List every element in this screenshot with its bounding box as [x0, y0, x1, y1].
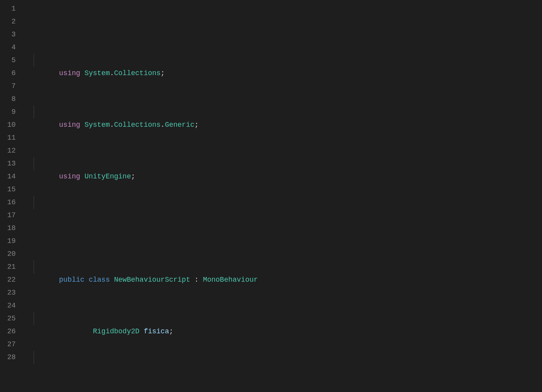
token-namespace: UnityEngine: [85, 173, 131, 180]
indent-guide: [34, 54, 34, 67]
line-number[interactable]: 15: [0, 183, 16, 196]
line-number[interactable]: 5: [0, 54, 16, 67]
token-keyword: using: [59, 69, 80, 77]
line-number[interactable]: 12: [0, 144, 16, 157]
indent-guide: [34, 196, 34, 209]
token-namespace: Generic: [165, 121, 195, 129]
code-line[interactable]: using System.Collections;: [26, 41, 542, 54]
line-number[interactable]: 25: [0, 312, 16, 325]
line-number[interactable]: 24: [0, 299, 16, 312]
line-number[interactable]: 14: [0, 170, 16, 183]
line-number[interactable]: 13: [0, 157, 16, 170]
code-line[interactable]: [26, 196, 542, 209]
line-number[interactable]: 9: [0, 106, 16, 119]
token-class: MonoBehaviour: [203, 276, 258, 284]
token-namespace: Collections: [114, 121, 161, 129]
code-line[interactable]: using System.Collections.Generic;: [26, 93, 542, 106]
line-number[interactable]: 26: [0, 325, 16, 338]
line-number[interactable]: 17: [0, 209, 16, 222]
token-modifier: public: [59, 276, 85, 284]
line-number[interactable]: 6: [0, 67, 16, 80]
token-type: Rigidbody2D: [93, 327, 139, 335]
line-number[interactable]: 20: [0, 248, 16, 261]
code-line[interactable]: [26, 351, 542, 364]
code-editor: 1 2 3 4 5 6 7 8 9 10 11 12 13 14 15 16 1…: [0, 0, 542, 392]
indent-guide: [34, 351, 34, 364]
line-number-gutter: 1 2 3 4 5 6 7 8 9 10 11 12 13 14 15 16 1…: [0, 0, 26, 392]
line-number[interactable]: 27: [0, 338, 16, 351]
line-number[interactable]: 3: [0, 28, 16, 41]
line-number[interactable]: 2: [0, 15, 16, 28]
code-line[interactable]: public class NewBehaviourScript : MonoBe…: [26, 248, 542, 261]
line-number[interactable]: 16: [0, 196, 16, 209]
line-number[interactable]: 11: [0, 131, 16, 144]
line-number[interactable]: 28: [0, 351, 16, 364]
indent-guide: [34, 312, 34, 325]
line-number[interactable]: 21: [0, 261, 16, 273]
code-line[interactable]: using UnityEngine;: [26, 144, 542, 157]
token-keyword: using: [59, 173, 80, 180]
line-number[interactable]: 23: [0, 286, 16, 299]
line-number[interactable]: 18: [0, 222, 16, 235]
token-keyword: class: [89, 276, 110, 284]
indent-guide: [34, 106, 34, 119]
line-number[interactable]: 19: [0, 235, 16, 248]
code-line[interactable]: Rigidbody2D fisica;: [26, 299, 542, 312]
token-namespace: System: [85, 121, 110, 129]
token-keyword: using: [59, 121, 80, 129]
code-area[interactable]: using System.Collections; using System.C…: [26, 0, 542, 392]
indent-guide: [34, 157, 34, 170]
line-number[interactable]: 1: [0, 2, 16, 15]
line-number[interactable]: 10: [0, 119, 16, 131]
line-number[interactable]: 22: [0, 273, 16, 286]
line-number[interactable]: 4: [0, 41, 16, 54]
token-variable: fisica: [144, 327, 169, 335]
token-class: NewBehaviourScript: [114, 276, 190, 284]
line-number[interactable]: 7: [0, 80, 16, 93]
token-namespace: Collections: [114, 69, 161, 77]
indent-guide: [34, 261, 34, 273]
token-namespace: System: [85, 69, 110, 77]
line-number[interactable]: 8: [0, 93, 16, 106]
